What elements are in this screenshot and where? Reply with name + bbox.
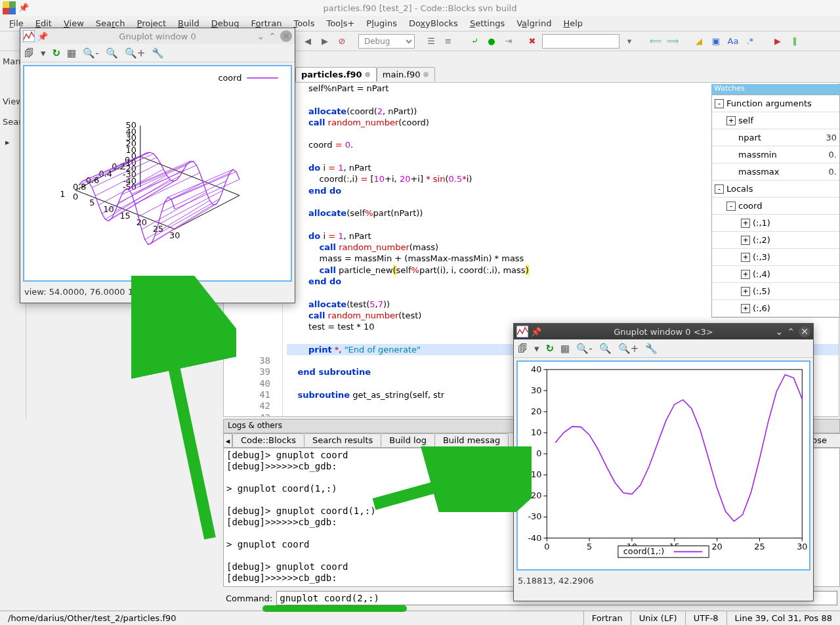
watch-row[interactable]: npart30: [712, 129, 839, 146]
pause-icon[interactable]: ‖: [788, 34, 802, 49]
watches-panel[interactable]: -Function arguments+selfnpart30massmin0.…: [711, 95, 840, 318]
svg-text:50: 50: [126, 120, 136, 130]
watch-row[interactable]: -Locals: [712, 181, 839, 198]
watch-row[interactable]: massmin0.: [712, 146, 839, 163]
stop-icon[interactable]: ✖: [525, 34, 539, 49]
regex-icon[interactable]: .*: [743, 34, 757, 49]
svg-text:10: 10: [103, 204, 114, 214]
zoom-in-icon[interactable]: 🔍+: [618, 343, 639, 355]
close-icon[interactable]: ✕: [280, 30, 292, 42]
watch-row[interactable]: +(:,4): [712, 266, 839, 283]
annotation-underline: [262, 605, 407, 612]
copy-icon[interactable]: 🗐: [518, 343, 528, 355]
status-eol[interactable]: Unix (LF): [631, 611, 686, 625]
watch-row[interactable]: -Function arguments: [712, 95, 839, 112]
watch-row[interactable]: massmax0.: [712, 163, 839, 181]
run-dot-icon[interactable]: ●: [484, 34, 499, 49]
gnuplot-window-3[interactable]: 📌 Gnuplot window 0 <3> ⌄ ⌃ ✕ 🗐 ▾ ↻ ▦ 🔍- …: [513, 323, 814, 601]
watch-row[interactable]: +self: [712, 112, 839, 129]
menu-plugins[interactable]: Plugins: [361, 17, 402, 30]
menu-valgrind[interactable]: Valgrind: [511, 17, 556, 30]
nav-fwd-icon[interactable]: ▶: [318, 34, 332, 49]
status-pos: Line 39, Col 31, Pos 88: [727, 611, 840, 625]
svg-text:20: 20: [711, 542, 722, 551]
zoom-out-icon[interactable]: 🔍-: [83, 47, 98, 59]
svg-text:10: 10: [531, 427, 541, 437]
select-icon[interactable]: ▣: [709, 34, 723, 49]
build-target-select[interactable]: Debug: [358, 34, 415, 49]
tab-particles[interactable]: particles.f90⊗: [295, 67, 377, 81]
svg-text:30: 30: [531, 385, 541, 395]
highlight-icon[interactable]: ◢: [692, 34, 706, 49]
maximize-icon[interactable]: ⌃: [268, 31, 276, 41]
grid-icon[interactable]: ▦: [560, 343, 570, 355]
pin-icon[interactable]: 📌: [531, 327, 541, 337]
nav-back-icon[interactable]: ◀: [301, 34, 315, 49]
run-fwd-icon[interactable]: ⇥: [501, 34, 516, 49]
dropdown-icon[interactable]: ▾: [534, 343, 539, 355]
zoom-in-icon[interactable]: 🔍+: [125, 47, 146, 59]
svg-text:20: 20: [136, 217, 147, 227]
pin-icon[interactable]: 📌: [18, 3, 29, 12]
nav-clear-icon[interactable]: ⊘: [335, 34, 349, 49]
tab-main[interactable]: main.f90⊗: [377, 67, 435, 81]
pin-icon[interactable]: 📌: [37, 32, 48, 41]
maximize-icon[interactable]: ⌃: [787, 326, 795, 337]
zoom-prev-icon[interactable]: 🔍: [599, 343, 612, 355]
zoom-out-icon[interactable]: 🔍-: [576, 343, 592, 355]
undo-jump-icon[interactable]: ⟸: [648, 34, 663, 49]
run-back-icon[interactable]: ⤶: [467, 34, 482, 49]
refresh-icon[interactable]: ↻: [52, 47, 61, 59]
settings-icon[interactable]: 🔧: [152, 47, 164, 59]
gnuplot0-titlebar[interactable]: 📌 Gnuplot window 0 ⌄ ⌃ ✕: [20, 28, 295, 44]
codeblocks-icon: [3, 1, 16, 14]
close-icon[interactable]: ⊗: [423, 70, 429, 79]
run-icon[interactable]: ▶: [770, 34, 785, 49]
list-icon[interactable]: ☰: [424, 34, 438, 49]
menu-settings[interactable]: Settings: [465, 17, 510, 30]
watch-row[interactable]: +(:,6): [712, 300, 839, 317]
watch-row[interactable]: +(:,5): [712, 283, 839, 300]
gnuplot3-titlebar[interactable]: 📌 Gnuplot window 0 <3> ⌄ ⌃ ✕: [514, 324, 813, 339]
copy-icon[interactable]: 🗐: [24, 47, 34, 59]
watch-row[interactable]: -coord: [712, 198, 839, 215]
settings-icon[interactable]: 🔧: [645, 343, 658, 355]
refresh-icon[interactable]: ↻: [546, 343, 555, 355]
gnuplot3-plot[interactable]: 051015202530-40-30-20-10010203040coord(1…: [516, 360, 810, 571]
close-icon[interactable]: ✕: [799, 326, 810, 337]
status-lang[interactable]: Fortran: [584, 611, 631, 625]
watch-row[interactable]: +(:,3): [712, 249, 839, 266]
status-enc[interactable]: UTF-8: [686, 611, 727, 625]
log-tab-cb[interactable]: Code::Blocks: [232, 433, 304, 448]
minimize-icon[interactable]: ⌄: [257, 31, 265, 41]
redo-jump-icon[interactable]: ⟹: [665, 34, 680, 49]
svg-text:0: 0: [544, 542, 549, 551]
zoom-prev-icon[interactable]: 🔍: [106, 47, 118, 59]
menu-help[interactable]: Help: [558, 17, 588, 30]
search-field[interactable]: [542, 34, 620, 49]
minimize-icon[interactable]: ⌄: [776, 326, 784, 337]
grid-icon[interactable]: ▦: [67, 47, 76, 59]
dropdown-icon[interactable]: ▾: [622, 34, 637, 49]
log-tab-buildmsg[interactable]: Build messag: [434, 433, 509, 448]
svg-text:5: 5: [89, 198, 94, 207]
menu-doxyblocks[interactable]: DoxyBlocks: [404, 17, 463, 30]
gnuplot3-toolbar: 🗐 ▾ ↻ ▦ 🔍- 🔍 🔍+ 🔧: [514, 339, 813, 358]
log-tab-search[interactable]: Search results: [304, 433, 381, 448]
gnuplot-window-0[interactable]: 📌 Gnuplot window 0 ⌄ ⌃ ✕ 🗐 ▾ ↻ ▦ 🔍- 🔍 🔍+…: [20, 28, 295, 303]
svg-text:coord: coord: [218, 73, 242, 83]
gnuplot3-title: Gnuplot window 0 <3>: [614, 327, 713, 337]
logs-scroll-left[interactable]: ◂: [223, 433, 232, 448]
watch-row[interactable]: +(:,2): [712, 232, 839, 249]
svg-text:1: 1: [60, 189, 65, 199]
menu-toolsplus[interactable]: Tools+: [321, 17, 360, 30]
close-icon[interactable]: ⊗: [365, 70, 371, 79]
svg-line-50: [155, 199, 220, 236]
watch-row[interactable]: +(:,1): [712, 215, 839, 232]
list2-icon[interactable]: ≡: [441, 34, 455, 49]
gnuplot0-plot[interactable]: -50-40-30-20-100102030405005101520253000…: [23, 65, 292, 282]
dropdown-icon[interactable]: ▾: [41, 47, 46, 59]
log-tab-buildlog[interactable]: Build log: [381, 433, 435, 448]
gnuplot0-title: Gnuplot window 0: [119, 32, 196, 41]
case-icon[interactable]: Aa: [726, 34, 740, 49]
